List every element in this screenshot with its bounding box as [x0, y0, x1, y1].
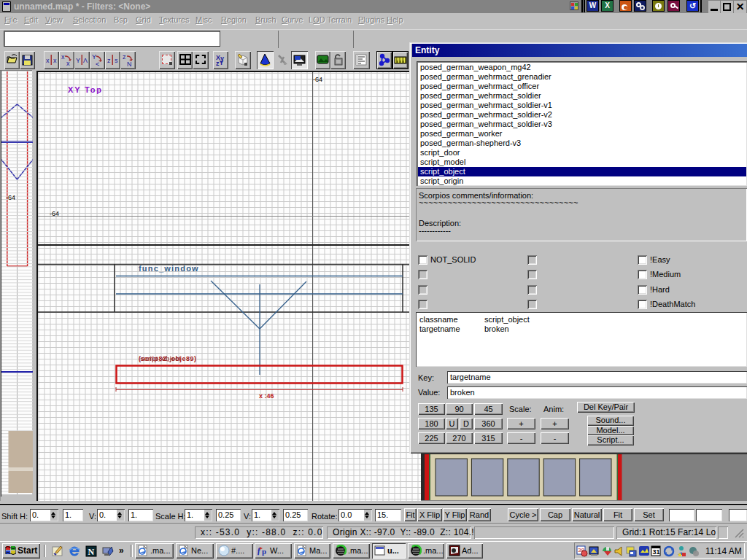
svg-text:Λ: Λ — [83, 57, 88, 64]
svg-text:z: z — [107, 57, 111, 64]
svg-text:Y: Y — [92, 53, 96, 61]
svg-text:x: x — [53, 57, 57, 64]
svg-text:s: s — [115, 57, 118, 64]
svg-text:31: 31 — [653, 548, 660, 556]
svg-text:z: z — [123, 53, 126, 61]
svg-text:x :46: x :46 — [259, 392, 274, 400]
svg-text:Y: Y — [76, 57, 80, 64]
svg-text:p: p — [262, 547, 266, 556]
svg-text:N: N — [88, 547, 95, 557]
svg-text:<: < — [96, 61, 99, 68]
svg-text:x: x — [66, 60, 70, 67]
svg-text:-64: -64 — [313, 76, 322, 83]
svg-text:script_object: script_object — [140, 355, 181, 362]
svg-text:N: N — [127, 61, 132, 68]
svg-text:func_window: func_window — [139, 264, 199, 273]
svg-text:ƒ: ƒ — [257, 545, 261, 556]
svg-text:x: x — [46, 57, 50, 64]
svg-text:-64: -64 — [6, 194, 15, 201]
svg-text:x: x — [61, 53, 65, 61]
svg-text:-64: -64 — [50, 210, 59, 217]
svg-text:XY Top: XY Top — [68, 85, 103, 94]
svg-text:zY: zY — [216, 59, 224, 67]
